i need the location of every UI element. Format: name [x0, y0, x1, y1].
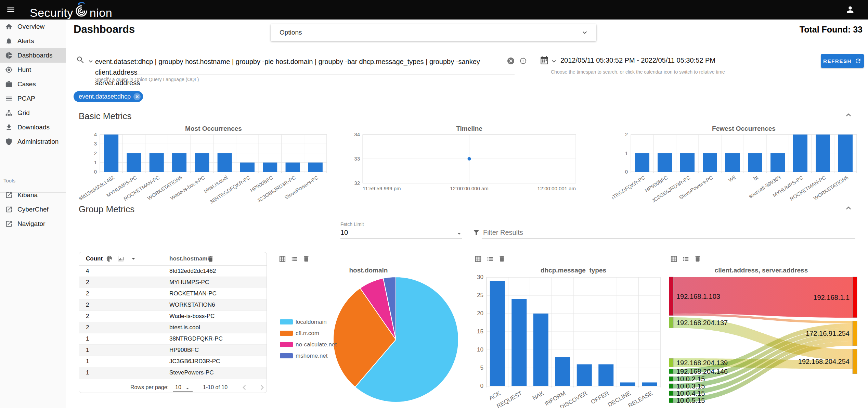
table-row[interactable]: 1HP900BFC	[79, 345, 267, 356]
hostname-cell[interactable]: Wade-is-boss-PC	[169, 313, 215, 320]
query-helper-text: Specify a query in Onion Query Language …	[95, 77, 199, 82]
sidebar-item-overview[interactable]: Overview	[0, 20, 66, 34]
sidebar-item-hunt[interactable]: Hunt	[0, 63, 66, 77]
hostname-cell[interactable]: JC3GB6JRD3R-PC	[169, 358, 220, 365]
user-account-icon[interactable]	[845, 5, 855, 14]
hostname-cell[interactable]: MYHUMPS-PC	[169, 279, 209, 286]
svg-text:2: 2	[94, 150, 97, 156]
fetch-limit-select[interactable]: 10	[340, 229, 348, 237]
hostname-cell[interactable]: 38NTRGDFQKR-PC	[169, 335, 223, 342]
pie-chart-toggle-icon[interactable]	[106, 255, 114, 263]
host-domain-pie-chart[interactable]: host.domainlocaldomaincfl.rr.comno-calcu…	[274, 267, 464, 408]
remove-table-icon[interactable]	[207, 255, 214, 263]
table-row[interactable]: 1JC3GB6JRD3R-PC	[79, 356, 267, 367]
app-logo[interactable]: Security nion	[30, 1, 112, 18]
remove-chart-icon[interactable]	[498, 255, 506, 263]
sidebar-item-downloads[interactable]: Downloads	[0, 120, 66, 135]
list-view-icon[interactable]	[290, 255, 298, 263]
sidebar-item-kibana[interactable]: Kibana	[0, 188, 66, 202]
sidebar-item-grid[interactable]: Grid	[0, 106, 66, 120]
table-row[interactable]: 1StevePowers-PC	[79, 367, 267, 379]
sort-desc-icon[interactable]	[130, 255, 137, 262]
hostname-cell[interactable]: btest.is.cool	[169, 324, 200, 331]
hunt-query-target-icon[interactable]	[519, 57, 527, 65]
options-dropdown[interactable]: Options	[271, 24, 596, 41]
svg-text:38NTRGDFQKR-PC: 38NTRGDFQKR-PC	[209, 174, 251, 205]
count-cell[interactable]: 2	[86, 324, 89, 331]
date-range-input[interactable]: 2012/05/11 05:30:52 PM - 2022/05/11 05:3…	[560, 56, 715, 64]
count-cell[interactable]: 2	[86, 302, 89, 308]
hostname-cell[interactable]: 8fd12edd2dc1462	[169, 268, 216, 275]
filter-chip[interactable]: event.dataset:dhcp ✕	[74, 91, 143, 102]
rows-per-page-arrow-icon[interactable]	[184, 385, 191, 392]
table-view-icon[interactable]	[278, 255, 286, 263]
filter-results-input[interactable]: Filter Results	[483, 229, 523, 237]
fetch-limit-arrow-icon[interactable]	[456, 230, 463, 237]
table-view-icon[interactable]	[670, 255, 678, 263]
sidebar-item-dashboards[interactable]: Dashboards	[0, 48, 66, 63]
sidebar-item-pcap[interactable]: PCAP	[0, 91, 66, 106]
table-row[interactable]: 2ROCKETMAN-PC	[79, 288, 267, 299]
hostname-cell[interactable]: StevePowers-PC	[169, 369, 213, 376]
svg-text:10.0.2.15: 10.0.2.15	[676, 375, 705, 383]
rows-per-page-label: Rows per page:	[130, 384, 169, 391]
table-row[interactable]: 2WORKSTATION6	[79, 299, 267, 311]
timeline-chart[interactable]: Timeline32333411:59:59.999 pm12:00:00.00…	[344, 125, 590, 207]
svg-text:host.domain: host.domain	[349, 267, 388, 274]
remove-filter-icon[interactable]: ✕	[133, 93, 141, 100]
table-row[interactable]: 138NTRGDFQKR-PC	[79, 333, 267, 345]
sidebar-item-administration[interactable]: Administration	[0, 135, 66, 149]
table-row[interactable]: 48fd12edd2dc1462	[79, 266, 267, 277]
table-row[interactable]: 2btest.is.cool	[79, 322, 267, 333]
hostname-cell[interactable]: WORKSTATION6	[169, 302, 215, 308]
date-dropdown-chevron-icon[interactable]	[550, 58, 558, 65]
svg-text:8fd12edd2dc1462: 8fd12edd2dc1462	[79, 174, 115, 202]
calendar-icon[interactable]	[540, 56, 549, 65]
client-server-sankey-chart[interactable]: client.address, server.address192.168.1.…	[669, 267, 868, 408]
sidebar-item-cyberchef[interactable]: CyberChef	[0, 202, 66, 217]
sidebar-tool-items: KibanaCyberChefNavigator	[0, 188, 66, 231]
query-dropdown-chevron-icon[interactable]	[87, 58, 94, 65]
table-row[interactable]: 2MYHUMPS-PC	[79, 277, 267, 288]
remove-chart-icon[interactable]	[302, 255, 310, 263]
sidebar-tools-label: Tools	[3, 178, 15, 183]
clear-query-icon[interactable]	[507, 57, 515, 65]
previous-page-icon[interactable]	[240, 383, 249, 392]
list-view-icon[interactable]	[486, 255, 494, 263]
dhcp-message-types-chart[interactable]: dhcp.message_types051015202530ACKREQUEST…	[476, 267, 667, 408]
menu-icon[interactable]	[6, 5, 15, 14]
most-occurrences-chart[interactable]: Most Occurrences012348fd12edd2dc1462MYHU…	[79, 125, 335, 207]
collapse-basic-icon[interactable]	[844, 110, 853, 120]
count-cell[interactable]: 4	[86, 268, 89, 275]
svg-text:1: 1	[625, 150, 628, 156]
sidebar-item-cases[interactable]: Cases	[0, 77, 66, 91]
table-view-icon[interactable]	[474, 255, 482, 263]
external-icon	[5, 220, 13, 228]
count-cell[interactable]: 2	[86, 313, 89, 320]
hostname-column-header[interactable]: host.hostname	[169, 255, 211, 262]
count-cell[interactable]: 2	[86, 279, 89, 286]
count-cell[interactable]: 2	[86, 290, 89, 297]
count-cell[interactable]: 1	[86, 335, 89, 342]
rows-per-page-select[interactable]: 10	[175, 384, 181, 391]
list-view-icon[interactable]	[682, 255, 690, 263]
svg-text:192.168.204.146: 192.168.204.146	[676, 368, 728, 375]
sidebar-item-label: Downloads	[17, 124, 50, 131]
query-input[interactable]: event.dataset:dhcp | groupby host.hostna…	[95, 56, 506, 88]
count-cell[interactable]: 1	[86, 347, 89, 354]
refresh-button[interactable]: REFRESH	[821, 54, 864, 68]
table-row[interactable]: 2Wade-is-boss-PC	[79, 311, 267, 322]
page-title: Dashboards	[74, 23, 135, 36]
count-cell[interactable]: 1	[86, 369, 89, 376]
hostname-cell[interactable]: HP900BFC	[169, 347, 199, 354]
next-page-icon[interactable]	[258, 383, 267, 392]
count-cell[interactable]: 1	[86, 358, 89, 365]
hostname-cell[interactable]: ROCKETMAN-PC	[169, 290, 217, 297]
fewest-occurrences-chart[interactable]: Fewest Occurrences01238NTRGDFQKR-PCHP900…	[612, 125, 868, 207]
remove-chart-icon[interactable]	[694, 255, 701, 263]
bar-chart-toggle-icon[interactable]	[117, 255, 125, 263]
sidebar-item-label: Navigator	[17, 220, 45, 228]
sidebar-item-alerts[interactable]: Alerts	[0, 34, 66, 48]
sidebar-item-navigator[interactable]: Navigator	[0, 217, 66, 231]
count-column-header[interactable]: Count	[86, 255, 103, 262]
